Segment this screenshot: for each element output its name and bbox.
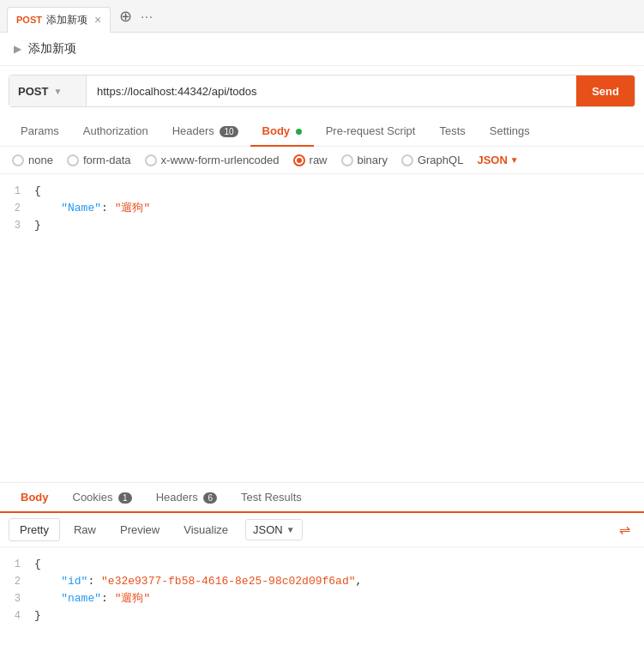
method-chevron-icon: ▼ xyxy=(53,87,62,96)
line-number: 1 xyxy=(0,183,34,200)
radio-urlencoded xyxy=(145,154,157,166)
response-section: Body Cookies 1 Headers 6 Test Results Pr… xyxy=(0,483,644,633)
tab-close-button[interactable]: × xyxy=(94,14,101,26)
resp-code-line-2: 2 "id": "e32e9377-fb58-4616-8e25-98c02d0… xyxy=(0,573,644,590)
format-chevron-icon: ▼ xyxy=(510,155,519,165)
resp-tab-test-results[interactable]: Test Results xyxy=(229,483,314,511)
resp-tab-headers[interactable]: Headers 6 xyxy=(144,483,229,511)
line-content: "id": "e32e9377-fb58-4616-8e25-98c02d09f… xyxy=(34,573,644,590)
tab-method: POST xyxy=(16,15,42,25)
body-type-urlencoded[interactable]: x-www-form-urlencoded xyxy=(145,154,280,166)
line-number: 2 xyxy=(0,200,34,217)
tab-title: 添加新项 xyxy=(46,13,87,27)
tab-body[interactable]: Body xyxy=(250,116,314,146)
line-number: 1 xyxy=(0,556,34,573)
tab-tests[interactable]: Tests xyxy=(427,116,477,146)
line-content: } xyxy=(34,607,644,625)
resp-format-dropdown[interactable]: JSON ▼ xyxy=(245,519,303,540)
headers-badge: 10 xyxy=(220,126,238,137)
request-name-label: 添加新项 xyxy=(28,41,76,57)
format-label: JSON xyxy=(477,154,507,166)
radio-graphql xyxy=(401,154,413,166)
line-content: } xyxy=(34,217,644,234)
resp-sub-preview[interactable]: Preview xyxy=(110,519,170,540)
body-active-dot xyxy=(296,129,302,135)
code-line-2: 2 "Name": "遛狗" xyxy=(0,200,644,217)
url-bar: POST ▼ Send xyxy=(9,75,635,107)
tab-params[interactable]: Params xyxy=(9,116,71,146)
line-content: "name": "遛狗" xyxy=(34,590,644,607)
body-type-form-data[interactable]: form-data xyxy=(67,154,131,166)
resp-sub-pretty[interactable]: Pretty xyxy=(9,518,60,541)
resp-format-label: JSON xyxy=(253,523,283,536)
resp-code-line-3: 3 "name": "遛狗" xyxy=(0,590,644,607)
body-type-none[interactable]: none xyxy=(12,154,53,166)
tab-settings[interactable]: Settings xyxy=(478,116,542,146)
body-type-graphql[interactable]: GraphQL xyxy=(401,154,463,166)
resp-format-chevron-icon: ▼ xyxy=(286,525,295,534)
resp-code-line-1: 1 { xyxy=(0,556,644,573)
request-nav-tabs: Params Authorization Headers 10 Body Pre… xyxy=(0,116,644,147)
send-button[interactable]: Send xyxy=(576,75,635,106)
body-type-raw[interactable]: raw xyxy=(293,154,328,166)
line-number: 2 xyxy=(0,573,34,590)
line-number: 3 xyxy=(0,590,34,607)
resp-sub-tabs: Pretty Raw Preview Visualize JSON ▼ ⇌ xyxy=(0,513,644,547)
tab-authorization[interactable]: Authorization xyxy=(71,116,160,146)
tab-pre-request[interactable]: Pre-request Script xyxy=(314,116,428,146)
resp-wrap-button[interactable]: ⇌ xyxy=(614,518,635,541)
request-body-editor[interactable]: 1 { 2 "Name": "遛狗" 3 } xyxy=(0,174,644,483)
collapse-arrow-icon[interactable]: ▶ xyxy=(14,43,21,55)
body-type-binary[interactable]: binary xyxy=(341,154,388,166)
resp-tab-body[interactable]: Body xyxy=(9,483,61,511)
resp-sub-raw[interactable]: Raw xyxy=(63,519,106,540)
line-content: { xyxy=(34,183,644,200)
line-content: "Name": "遛狗" xyxy=(34,200,644,217)
request-name-row: ▶ 添加新项 xyxy=(0,33,644,66)
resp-sub-visualize[interactable]: Visualize xyxy=(173,519,238,540)
request-tab[interactable]: POST 添加新项 × xyxy=(7,7,111,33)
tab-headers[interactable]: Headers 10 xyxy=(160,116,250,146)
resp-headers-badge: 6 xyxy=(203,492,217,504)
new-tab-button[interactable]: ⊕ xyxy=(114,7,137,26)
url-input[interactable] xyxy=(87,75,576,106)
code-line-3: 3 } xyxy=(0,217,644,234)
response-body-content: 1 { 2 "id": "e32e9377-fb58-4616-8e25-98c… xyxy=(0,547,644,633)
more-tabs-button[interactable]: ··· xyxy=(137,9,157,23)
radio-none xyxy=(12,154,24,166)
tab-bar: POST 添加新项 × ⊕ ··· xyxy=(0,0,644,33)
cookies-badge: 1 xyxy=(118,492,132,504)
radio-raw xyxy=(293,154,305,166)
radio-binary xyxy=(341,154,353,166)
method-label: POST xyxy=(18,85,48,98)
line-content: { xyxy=(34,556,644,573)
method-select[interactable]: POST ▼ xyxy=(9,75,87,106)
resp-tab-cookies[interactable]: Cookies 1 xyxy=(61,483,144,511)
body-type-row: none form-data x-www-form-urlencoded raw… xyxy=(0,147,644,174)
line-number: 3 xyxy=(0,217,34,234)
resp-code-line-4: 4 } xyxy=(0,607,644,625)
format-dropdown[interactable]: JSON ▼ xyxy=(477,154,518,166)
radio-form-data xyxy=(67,154,79,166)
response-tabs: Body Cookies 1 Headers 6 Test Results xyxy=(0,483,644,513)
code-line-1: 1 { xyxy=(0,183,644,200)
line-number: 4 xyxy=(0,607,34,625)
